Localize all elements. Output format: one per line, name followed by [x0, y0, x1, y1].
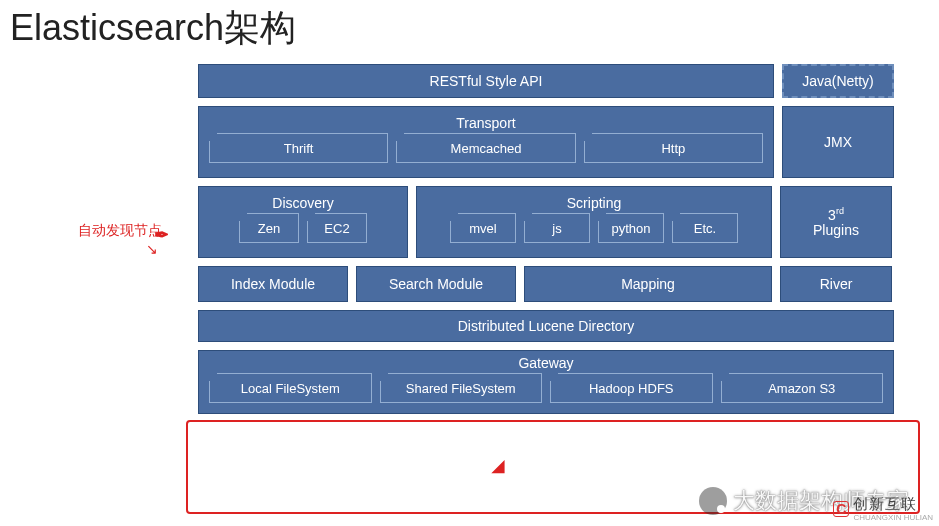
annotation-auto-discover: 自动发现节点 [78, 222, 162, 240]
block-distributed-lucene: Distributed Lucene Directory [198, 310, 894, 342]
block-search-module: Search Module [356, 266, 516, 302]
block-3rd-plugins: 3rd Plugins [780, 186, 892, 258]
block-restful-api: RESTful Style API [198, 64, 774, 98]
label: JMX [824, 134, 852, 150]
row-gateway: Gateway Local FileSystem Shared FileSyst… [198, 350, 908, 414]
block-local-fs: Local FileSystem [209, 373, 372, 403]
block-js: js [524, 213, 590, 243]
block-transport: Transport Thrift Memcached Http [198, 106, 774, 178]
label: Gateway [518, 351, 573, 373]
label: 3rd [828, 206, 844, 223]
block-java-netty: Java(Netty) [782, 64, 894, 98]
block-scripting: Scripting mvel js python Etc. [416, 186, 772, 258]
annotation-mark2-icon: ◢ [492, 456, 504, 475]
brand-mark-icon: C [833, 501, 849, 517]
block-mvel: mvel [450, 213, 516, 243]
block-python: python [598, 213, 664, 243]
row-discovery-scripting: Discovery Zen EC2 Scripting mvel js pyth… [198, 186, 908, 258]
row-lucene: Distributed Lucene Directory [198, 310, 908, 342]
block-amazon-s3: Amazon S3 [721, 373, 884, 403]
label: Search Module [389, 276, 483, 292]
label: Java(Netty) [802, 73, 874, 89]
brand-logo: C 创新互联 CHUANGXIN HULIAN [833, 495, 933, 522]
label: Distributed Lucene Directory [458, 318, 635, 334]
row-modules: Index Module Search Module Mapping River [198, 266, 908, 302]
label: River [820, 276, 853, 292]
label: Transport [456, 111, 515, 133]
block-discovery: Discovery Zen EC2 [198, 186, 408, 258]
label: Discovery [272, 191, 333, 213]
annotation-arrow-icon [146, 240, 176, 254]
block-ec2: EC2 [307, 213, 367, 243]
label: RESTful Style API [430, 73, 543, 89]
row-transport: Transport Thrift Memcached Http JMX [198, 106, 908, 178]
block-http: Http [584, 133, 763, 163]
block-hadoop-hdfs: Hadoop HDFS [550, 373, 713, 403]
block-mapping: Mapping [524, 266, 772, 302]
block-index-module: Index Module [198, 266, 348, 302]
row-api: RESTful Style API Java(Netty) [198, 64, 908, 98]
block-zen: Zen [239, 213, 299, 243]
page-title: Elasticsearch架构 [0, 0, 939, 59]
label: Index Module [231, 276, 315, 292]
block-thrift: Thrift [209, 133, 388, 163]
block-memcached: Memcached [396, 133, 575, 163]
label: Plugins [813, 222, 859, 238]
architecture-diagram: RESTful Style API Java(Netty) Transport … [198, 64, 908, 422]
block-jmx: JMX [782, 106, 894, 178]
label: Mapping [621, 276, 675, 292]
block-shared-fs: Shared FileSystem [380, 373, 543, 403]
block-gateway: Gateway Local FileSystem Shared FileSyst… [198, 350, 894, 414]
brand-en: CHUANGXIN HULIAN [853, 514, 933, 522]
wechat-icon [699, 487, 727, 515]
brand-cn: 创新互联 [853, 495, 917, 512]
label: Scripting [567, 191, 621, 213]
block-river: River [780, 266, 892, 302]
block-etc: Etc. [672, 213, 738, 243]
